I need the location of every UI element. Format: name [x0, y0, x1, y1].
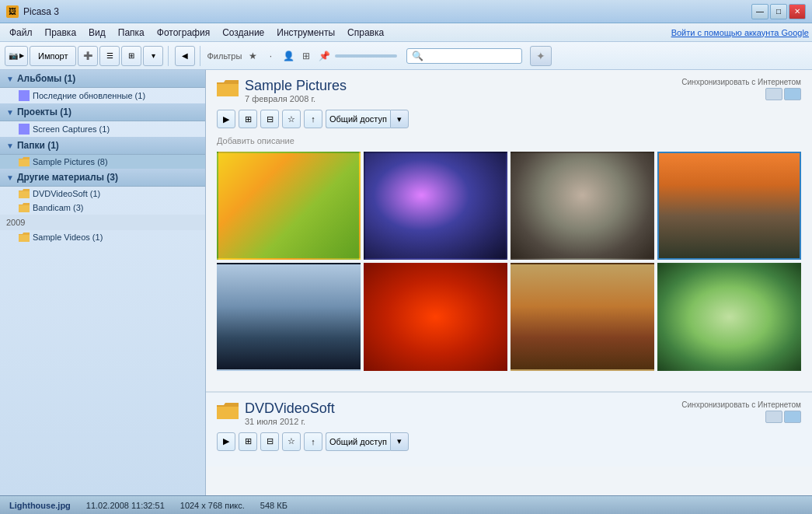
folder-title: Sample Pictures [245, 78, 347, 94]
dot-filter-icon[interactable]: · [263, 48, 278, 64]
project-icon [19, 124, 30, 135]
share-dropdown: Общий доступ ▾ [326, 110, 409, 128]
album-icon [19, 90, 30, 101]
add-button[interactable]: ➕ [78, 46, 98, 66]
add-icon: ➕ [83, 51, 92, 60]
collage-button[interactable]: ⊞ [239, 110, 257, 128]
upload-icon: ↑ [311, 114, 315, 124]
share-button-dvd[interactable]: Общий доступ [326, 432, 390, 451]
star-filter-icon[interactable]: ★ [245, 48, 260, 64]
share-label: Общий доступ [329, 114, 387, 124]
sidebar-section-albums[interactable]: ▼ Альбомы (1) [0, 70, 205, 88]
list-view-button[interactable]: ☰ [99, 46, 120, 66]
window-controls: — □ ✕ [751, 4, 806, 19]
sidebar-section-projects[interactable]: ▼ Проекты (1) [0, 103, 205, 121]
sync-toggle [765, 88, 801, 100]
star-button-dvd[interactable]: ☆ [282, 432, 301, 451]
back-button[interactable]: ◀ [175, 46, 195, 66]
sidebar-item-dvdvideosoft[interactable]: DVDVideoSoft (1) [0, 187, 205, 201]
photo-hydrangea[interactable] [657, 263, 801, 371]
folder-title-info: Sample Pictures 7 февраля 2008 г. [245, 78, 347, 103]
nav-group: ◀ [175, 46, 200, 66]
size-slider[interactable] [335, 54, 397, 58]
filter-label: Фильтры [207, 51, 242, 61]
close-button[interactable]: ✕ [789, 4, 806, 19]
albums-section-label: Альбомы (1) [17, 73, 75, 84]
upload-button-dvd[interactable]: ↑ [304, 432, 322, 451]
collapse-arrow-icon: ▼ [6, 75, 14, 83]
screen-captures-label: Screen Captures (1) [33, 124, 110, 134]
sidebar-item-sample-pictures[interactable]: Sample Pictures (8) [0, 155, 205, 169]
year-2009: 2009 [0, 215, 205, 230]
sidebar-item-sample-videos[interactable]: Sample Videos (1) [0, 230, 205, 244]
menu-file[interactable]: Файл [3, 26, 39, 40]
main-layout: ▼ Альбомы (1) Последние обновленные (1) … [0, 70, 812, 495]
camera-icon-btn[interactable]: 📷 ▶ [5, 46, 28, 66]
filter-icons: ★ · 👤 ⊞ 📌 [245, 48, 332, 64]
photo-lighthouse[interactable] [657, 152, 801, 260]
grid-action-button[interactable]: ⊟ [260, 110, 279, 128]
folder-large-icon [217, 79, 239, 96]
share-dropdown-button-dvd[interactable]: ▾ [390, 432, 409, 451]
menu-view[interactable]: Вид [82, 26, 112, 40]
menu-help[interactable]: Справка [341, 26, 390, 40]
share-dropdown-button[interactable]: ▾ [390, 110, 409, 128]
photo-koala[interactable] [511, 152, 654, 260]
sidebar-item-bandicam[interactable]: Bandicam (3) [0, 201, 205, 215]
import-label: Импорт [38, 51, 68, 61]
star-button[interactable]: ☆ [282, 110, 301, 128]
sidebar-item-recent[interactable]: Последние обновленные (1) [0, 88, 205, 103]
menu-photo[interactable]: Фотография [151, 26, 216, 40]
google-login-link[interactable]: Войти с помощью аккаунта Google [671, 28, 809, 37]
grid-view-button[interactable]: ⊞ [121, 46, 141, 66]
sync-badge-dvd: Синхронизировать с Интернетом [681, 400, 801, 423]
minimize-button[interactable]: — [751, 4, 768, 19]
sidebar-section-other[interactable]: ▼ Другие материалы (3) [0, 169, 205, 187]
photo-tulips[interactable] [217, 152, 361, 260]
folder-title-dvd: DVDVideoSoft [245, 400, 335, 417]
add-description[interactable]: Добавить описание [217, 136, 801, 145]
sync-on-button[interactable] [784, 88, 801, 100]
search-input[interactable] [423, 51, 517, 61]
collage-button-dvd[interactable]: ⊞ [239, 432, 257, 451]
play-icon: ▶ [223, 436, 229, 446]
person-filter-icon[interactable]: 👤 [281, 48, 296, 64]
search-button[interactable]: ✦ [530, 46, 552, 66]
view-dropdown-button[interactable]: ▾ [143, 46, 163, 66]
import-button[interactable]: Импорт [30, 46, 76, 66]
menu-tools[interactable]: Инструменты [270, 26, 341, 40]
menu-create[interactable]: Создание [216, 26, 270, 40]
search-icon: 🔍 [412, 51, 423, 61]
sync-on-button-dvd[interactable] [784, 411, 801, 423]
sync-off-button-dvd[interactable] [765, 411, 782, 423]
sync-off-button[interactable] [765, 88, 782, 100]
play-slideshow-button-dvd[interactable]: ▶ [217, 432, 235, 451]
grid-action-icon: ⊟ [267, 436, 274, 446]
play-icon: ▶ [223, 114, 229, 124]
folder-icon [19, 189, 30, 198]
flag-filter-icon[interactable]: 📌 [316, 48, 332, 64]
folder-actions: ▶ ⊞ ⊟ ☆ ↑ Общий доступ [217, 110, 801, 128]
menu-folder[interactable]: Папка [112, 26, 151, 40]
photo-penguins[interactable] [217, 263, 361, 371]
grid-action-button-dvd[interactable]: ⊟ [260, 432, 279, 451]
maximize-button[interactable]: □ [770, 4, 787, 19]
share-button[interactable]: Общий доступ [326, 110, 390, 128]
play-slideshow-button[interactable]: ▶ [217, 110, 235, 128]
photo-grid-sample-pictures [217, 152, 801, 371]
sidebar-item-screen-captures[interactable]: Screen Captures (1) [0, 121, 205, 137]
title-bar: 🖼 Picasa 3 — □ ✕ [0, 0, 812, 23]
photo-chrysanthemum[interactable] [364, 263, 507, 371]
photo-desert[interactable] [511, 263, 654, 371]
folder-actions-dvd: ▶ ⊞ ⊟ ☆ ↑ Общий доступ [217, 432, 801, 451]
upload-button[interactable]: ↑ [304, 110, 322, 128]
search-box[interactable]: 🔍 [406, 48, 522, 64]
dropdown-arrow-icon: ▾ [397, 114, 402, 124]
collapse-arrow-icon: ▼ [6, 173, 14, 182]
menu-edit[interactable]: Правка [39, 26, 83, 40]
sample-pictures-label: Sample Pictures (8) [33, 157, 108, 166]
sidebar-section-folders[interactable]: ▼ Папки (1) [0, 137, 205, 155]
photo-jellyfish[interactable] [364, 152, 507, 260]
grid-filter-icon[interactable]: ⊞ [298, 48, 314, 64]
sidebar: ▼ Альбомы (1) Последние обновленные (1) … [0, 70, 206, 495]
